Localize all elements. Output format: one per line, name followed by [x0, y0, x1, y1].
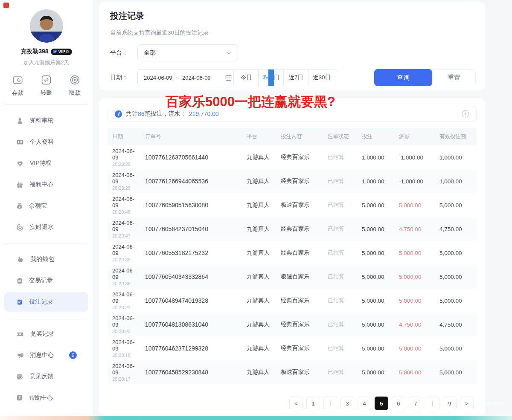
sidebar-item-wallet[interactable]: 我的钱包 — [4, 249, 88, 269]
cell-bet-content: 经典百家乐 — [276, 345, 323, 352]
cell-valid-bet: 1,000.00 — [435, 178, 477, 185]
table-row: 2024-06-09 20:23:29 1007761266944065536 … — [108, 169, 477, 193]
cell-payout: 5,000.00 — [394, 202, 435, 209]
sidebar-item-vip[interactable]: VIP特权 — [4, 154, 88, 173]
sidebar-item-yuebao[interactable]: 余额宝 — [4, 196, 88, 216]
date-range-picker[interactable]: 2024-06-09 ~ 2024-06-09 — [137, 69, 238, 86]
cell-bet-content: 经典百家乐 — [276, 321, 323, 328]
sidebar-item-label: 福利中心 — [29, 181, 53, 188]
sidebar-item-audit[interactable]: 资料审核 — [4, 111, 88, 130]
sidebar-item-transactions[interactable]: 交易记录 — [4, 271, 88, 290]
sidebar: 克孜勒398 VIP 0 加入九游娱乐第2天 存款 转账 取款 资料审核 个人资… — [0, 0, 93, 417]
sidebar-item-messages[interactable]: 消息中心5 — [4, 345, 88, 365]
yesterday-char-selected: 昨 — [262, 74, 268, 81]
edit-doc-icon — [16, 373, 23, 380]
unread-badge: 5 — [69, 351, 77, 359]
cell-payout: 4,750.00 — [394, 226, 435, 232]
cell-valid-bet: 5,000.00 — [435, 369, 477, 376]
calendar-icon — [225, 75, 232, 81]
quick-date-yesterday[interactable]: 昨 日 — [259, 69, 283, 86]
avatar-image — [30, 9, 63, 43]
table-row: 2024-06-09 20:20:39 1007760553182175232 … — [108, 241, 477, 265]
quick-action-label: 转账 — [41, 89, 52, 97]
cell-order-number: 1007760458529230848 — [140, 369, 242, 376]
vip-shield-icon — [52, 49, 57, 54]
menu-group: 兑奖记录 消息中心5 意见反馈? 帮助中心 — [0, 318, 93, 414]
cell-payout: 5,000.00 — [394, 369, 435, 376]
transfer-quick-action[interactable]: 转账 — [41, 74, 52, 97]
table-row: 2024-06-09 20:20:47 1007760584237015040 … — [108, 217, 477, 241]
column-header: 注单状态 — [323, 133, 357, 140]
column-header: 平台 — [242, 133, 276, 140]
watermark: equ.me — [477, 399, 504, 408]
plus-circle-icon[interactable] — [462, 110, 469, 118]
sidebar-item-personal[interactable]: 个人资料 — [4, 132, 88, 152]
pagination-page-4[interactable]: 4 — [358, 397, 371, 410]
deposit-quick-action[interactable]: 存款 — [12, 74, 23, 97]
avatar[interactable] — [30, 9, 63, 43]
swirl-icon — [16, 223, 24, 231]
pagination-page-7[interactable]: 7 — [409, 397, 422, 410]
pagination-prev[interactable]: < — [289, 397, 303, 410]
cell-order-number: 1007760489474019328 — [140, 297, 242, 304]
platform-select[interactable]: 全部 — [137, 44, 238, 61]
gem-icon — [16, 160, 24, 167]
cell-payout: -1,000.00 — [394, 178, 435, 185]
table-row: 2024-06-09 20:20:36 1007760540343332864 … — [108, 265, 477, 289]
document-icon — [16, 298, 23, 306]
piggy-bank-icon — [16, 256, 24, 263]
quick-date-7d[interactable]: 近7日 — [283, 70, 308, 86]
cell-status: 已结算 — [323, 154, 357, 161]
cell-status: 已结算 — [323, 225, 357, 233]
pagination-page-6[interactable]: 6 — [392, 397, 405, 410]
dots-artifact: ... — [432, 414, 437, 419]
chevron-down-icon — [226, 50, 232, 56]
pagination-page-9[interactable]: 9 — [443, 397, 457, 410]
pagination-page-1[interactable]: 1 — [306, 397, 320, 410]
cell-platform: 九游真人 — [242, 249, 276, 257]
cell-date: 2024-06-09 20:20:24 — [108, 291, 140, 310]
table-row: 2024-06-09 20:23:29 1007761263705661440 … — [108, 145, 477, 169]
clipboard-icon — [16, 277, 23, 284]
quick-date-today[interactable]: 今日 — [234, 70, 259, 86]
cell-valid-bet: 5,000.00 — [435, 274, 477, 280]
pagination-page-3[interactable]: 3 — [340, 397, 354, 410]
sidebar-item-feedback[interactable]: 意见反馈 — [4, 367, 88, 386]
cell-valid-bet: 5,000.00 — [435, 250, 477, 256]
search-button[interactable]: 查询 — [374, 69, 432, 86]
reset-button[interactable]: 重置 — [432, 69, 476, 86]
cell-date: 2024-06-09 20:20:22 — [108, 315, 140, 334]
cell-bet-amount: 5,000.00 — [357, 345, 394, 352]
cell-order-number: 1007761263705661440 — [140, 154, 242, 161]
cell-date: 2024-06-09 20:20:17 — [108, 363, 140, 382]
menu-group: 我的钱包 交易记录 投注记录 — [0, 243, 93, 318]
quick-action-label: 存款 — [12, 89, 23, 97]
joined-days-text: 加入九游娱乐第2天 — [0, 59, 93, 67]
sidebar-item-bets[interactable]: 投注记录 — [4, 292, 88, 312]
vip-badge[interactable]: VIP 0 — [51, 49, 72, 55]
pagination-next[interactable]: > — [460, 397, 474, 410]
column-header: 派彩 — [394, 133, 435, 140]
cell-bet-content: 经典百家乐 — [276, 225, 323, 233]
pagination-page-5[interactable]: 5 — [375, 397, 388, 410]
pagination-ellipsis[interactable] — [323, 397, 337, 410]
withdraw-quick-action[interactable]: 取款 — [69, 74, 81, 97]
cell-bet-amount: 5,000.00 — [357, 298, 394, 304]
sidebar-item-welfare[interactable]: 福利中心 — [4, 175, 88, 194]
pagination-ellipsis[interactable] — [426, 397, 439, 410]
record-indicator-icon — [3, 3, 9, 8]
dots-artifact: ... — [142, 414, 147, 419]
info-icon: i — [115, 110, 122, 118]
column-header: 投注内容 — [276, 133, 323, 140]
sidebar-item-help[interactable]: ? 帮助中心 — [4, 388, 88, 408]
sidebar-item-rebate[interactable]: 实时返水 — [4, 217, 88, 237]
quick-date-30d[interactable]: 近30日 — [308, 70, 335, 86]
cell-status: 已结算 — [323, 321, 357, 328]
sidebar-item-prizes[interactable]: 兑奖记录 — [4, 324, 88, 344]
page-title: 投注记录 — [110, 10, 474, 22]
deposit-wallet-icon — [12, 74, 23, 86]
cell-status: 已结算 — [323, 273, 357, 281]
cell-bet-amount: 1,000.00 — [357, 154, 394, 161]
cell-date: 2024-06-09 20:20:39 — [108, 243, 140, 262]
cell-order-number: 1007760481308631040 — [140, 321, 242, 328]
